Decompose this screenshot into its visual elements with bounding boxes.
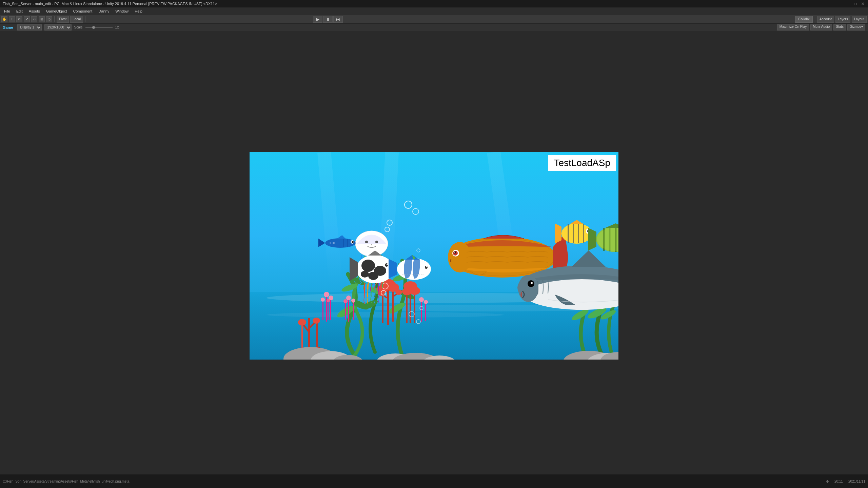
- status-bar: C:/Fish_Son_Server/Assets/StreamingAsset…: [0, 474, 868, 488]
- svg-point-122: [531, 282, 533, 284]
- taskbar-date: 2021/11/11: [848, 480, 865, 483]
- stats-button[interactable]: Stats: [833, 24, 846, 30]
- svg-point-84: [387, 264, 388, 265]
- bubble-9: [416, 320, 420, 324]
- title-bar: Fish_Son_Server - main_edit - PC, Mac & …: [0, 0, 868, 7]
- svg-point-11: [324, 292, 329, 297]
- svg-marker-128: [555, 223, 561, 244]
- svg-rect-12: [330, 298, 331, 320]
- game-tab-label: Game: [3, 25, 13, 29]
- separator-1: [54, 16, 55, 22]
- menu-window[interactable]: Window: [113, 8, 131, 14]
- menu-edit[interactable]: Edit: [14, 8, 25, 14]
- svg-point-32: [351, 299, 355, 303]
- main-toolbar: ✋ ✛ ↺ ⤢ ▭ ⊞ ◇ Pivot Local ▶ ⏸ ⏭ Collab▾ …: [0, 15, 868, 24]
- svg-marker-81: [350, 257, 358, 281]
- svg-point-34: [343, 299, 348, 303]
- svg-rect-16: [328, 301, 329, 320]
- secondary-toolbar: Game Display 1 1920x1080 Scale 1x Maximi…: [0, 24, 868, 31]
- transform-tool-icon[interactable]: ⊞: [39, 16, 45, 22]
- svg-point-9: [313, 318, 320, 324]
- gizmos-button[interactable]: Gizmos▾: [847, 24, 865, 30]
- separator-2: [85, 16, 85, 22]
- menu-component[interactable]: Component: [70, 8, 95, 14]
- window-title: Fish_Son_Server - main_edit - PC, Mac & …: [3, 2, 217, 6]
- mute-audio-button[interactable]: Mute Audio: [810, 24, 832, 30]
- status-path: C:/Fish_Son_Server/Assets/StreamingAsset…: [3, 480, 826, 483]
- bubble-4: [385, 227, 390, 232]
- move-tool-icon[interactable]: ✛: [9, 16, 15, 22]
- svg-point-52: [419, 297, 424, 302]
- maximize-button[interactable]: □: [853, 1, 858, 6]
- rect-tool-icon[interactable]: ▭: [31, 16, 37, 22]
- pivot-button[interactable]: Pivot: [57, 16, 69, 23]
- svg-point-120: [518, 275, 538, 302]
- play-button[interactable]: ▶: [313, 16, 322, 23]
- scale-label: Scale: [74, 25, 83, 29]
- svg-marker-92: [318, 239, 325, 247]
- bubble-3: [387, 220, 392, 225]
- custom-tool-icon[interactable]: ◇: [46, 16, 52, 22]
- layers-button[interactable]: Layers: [835, 16, 850, 23]
- hand-tool-icon[interactable]: ✋: [1, 16, 7, 22]
- svg-marker-96: [337, 235, 346, 239]
- svg-marker-132: [570, 220, 584, 224]
- svg-rect-53: [425, 302, 426, 321]
- svg-point-17: [327, 299, 330, 302]
- resolution-select[interactable]: 1920x1080: [44, 24, 72, 30]
- water-shimmer-3: [267, 312, 504, 318]
- svg-point-105: [426, 266, 427, 267]
- striped-fish-blue: [389, 255, 431, 280]
- svg-point-77: [361, 260, 375, 272]
- svg-point-94: [352, 241, 354, 243]
- menu-file[interactable]: File: [1, 8, 13, 14]
- svg-rect-51: [421, 300, 422, 322]
- svg-rect-37: [392, 288, 394, 322]
- green-striped-fish: [588, 223, 618, 252]
- display-select[interactable]: Display 1: [17, 24, 42, 30]
- svg-point-100: [330, 242, 331, 244]
- svg-point-30: [346, 296, 351, 300]
- scale-tool-icon[interactable]: ⤢: [24, 16, 30, 22]
- menu-bar: File Edit Assets GameObject Component Da…: [0, 7, 868, 15]
- svg-rect-10: [326, 294, 327, 322]
- game-panel: TestLoadASp: [0, 31, 868, 481]
- account-button[interactable]: Account: [817, 16, 834, 23]
- svg-point-83: [385, 263, 388, 267]
- yellow-striped-fish: [555, 220, 592, 244]
- svg-point-44: [395, 289, 402, 295]
- collab-button[interactable]: Collab▾: [795, 16, 812, 23]
- svg-point-50: [402, 288, 412, 295]
- svg-point-66: [365, 241, 368, 243]
- menu-gameobject[interactable]: GameObject: [43, 8, 70, 14]
- minimize-button[interactable]: —: [846, 1, 850, 6]
- close-button[interactable]: ✕: [861, 1, 865, 6]
- game-viewport: TestLoadASp: [250, 152, 618, 360]
- svg-point-54: [424, 300, 428, 304]
- svg-point-80: [361, 271, 369, 278]
- svg-marker-102: [389, 259, 397, 279]
- svg-marker-144: [606, 223, 618, 228]
- svg-marker-106: [406, 255, 419, 260]
- window-controls: — □ ✕: [846, 1, 865, 6]
- layout-button[interactable]: Layout: [852, 16, 867, 23]
- svg-point-7: [298, 319, 306, 326]
- local-button[interactable]: Local: [70, 16, 83, 23]
- svg-point-79: [368, 272, 378, 280]
- maximize-on-play-button[interactable]: Maximize On Play: [777, 24, 809, 30]
- test-load-overlay: TestLoadASp: [548, 155, 616, 171]
- svg-point-99: [333, 242, 335, 244]
- menu-assets[interactable]: Assets: [26, 8, 43, 14]
- step-button[interactable]: ⏭: [333, 16, 343, 23]
- menu-danny[interactable]: Danny: [96, 8, 112, 14]
- pause-button[interactable]: ⏸: [323, 16, 333, 23]
- svg-point-116: [454, 252, 455, 253]
- svg-rect-49: [406, 292, 408, 323]
- menu-help[interactable]: Help: [132, 8, 145, 14]
- svg-point-139: [597, 227, 618, 251]
- bubble-5: [417, 249, 420, 252]
- rotate-tool-icon[interactable]: ↺: [16, 16, 22, 22]
- play-controls: ▶ ⏸ ⏭: [313, 16, 343, 23]
- scale-slider[interactable]: [85, 27, 113, 28]
- view-controls: Maximize On Play Mute Audio Stats Gizmos…: [777, 24, 865, 30]
